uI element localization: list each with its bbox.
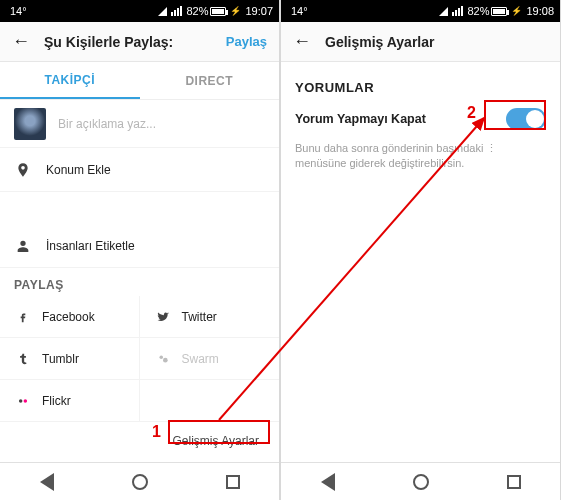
nav-home-button[interactable] <box>129 471 151 493</box>
advanced-settings-row: Gelişmiş Ayarlar <box>0 422 279 460</box>
nav-home-button[interactable] <box>410 471 432 493</box>
header: ← Şu Kişilerle Paylaş: Paylaş <box>0 22 279 62</box>
clock-text: 19:08 <box>526 5 554 17</box>
flickr-icon <box>14 392 32 410</box>
nav-recent-button[interactable] <box>222 471 244 493</box>
svg-point-0 <box>159 355 163 359</box>
signal-tri-icon <box>158 7 167 16</box>
tab-followers[interactable]: TAKİPÇİ <box>0 62 140 99</box>
back-icon[interactable]: ← <box>293 31 311 52</box>
signal-tri-icon <box>439 7 448 16</box>
swarm-icon <box>154 350 172 368</box>
nav-recent-button[interactable] <box>503 471 525 493</box>
share-flickr[interactable]: Flickr <box>0 380 140 422</box>
comments-hint: Bunu daha sonra gönderinin başındaki ⋮ m… <box>281 139 560 171</box>
share-tumblr-label: Tumblr <box>42 352 79 366</box>
caption-row[interactable]: Bir açıklama yaz... <box>0 100 279 148</box>
turn-off-comments-row: Yorum Yapmayı Kapat <box>281 99 560 139</box>
phone-advanced-settings-screen: 14° 82% ⚡ 19:08 ← Gelişmiş Ayarlar YORUM… <box>281 0 560 500</box>
advanced-settings-button[interactable]: Gelişmiş Ayarlar <box>167 430 265 452</box>
share-section-header: PAYLAŞ <box>0 268 279 296</box>
share-swarm[interactable]: Swarm <box>140 338 280 380</box>
twitter-icon <box>154 308 172 326</box>
status-bar: 14° 82% ⚡ 19:07 <box>0 0 279 22</box>
share-flickr-label: Flickr <box>42 394 71 408</box>
signal-bars-icon <box>171 6 182 16</box>
tumblr-icon <box>14 350 32 368</box>
clock-text: 19:07 <box>245 5 273 17</box>
pin-icon <box>14 161 32 179</box>
tag-icon <box>14 237 32 255</box>
facebook-icon <box>14 308 32 326</box>
share-facebook[interactable]: Facebook <box>0 296 140 338</box>
turn-off-comments-toggle[interactable] <box>506 108 546 130</box>
battery-icon <box>491 7 507 16</box>
add-location-label: Konum Ekle <box>46 163 111 177</box>
phone-share-screen: 14° 82% ⚡ 19:07 ← Şu Kişilerle Paylaş: P… <box>0 0 279 500</box>
battery-bolt-icon: ⚡ <box>230 6 241 16</box>
page-title: Gelişmiş Ayarlar <box>325 34 548 50</box>
signal-bars-icon <box>452 6 463 16</box>
share-tumblr[interactable]: Tumblr <box>0 338 140 380</box>
share-swarm-label: Swarm <box>182 352 219 366</box>
nav-back-button[interactable] <box>36 471 58 493</box>
share-button[interactable]: Paylaş <box>226 34 267 49</box>
back-icon[interactable]: ← <box>12 31 30 52</box>
svg-point-1 <box>163 357 168 362</box>
share-facebook-label: Facebook <box>42 310 95 324</box>
share-empty <box>140 380 280 422</box>
status-temp: 14° <box>10 5 27 17</box>
header: ← Gelişmiş Ayarlar <box>281 22 560 62</box>
battery-bolt-icon: ⚡ <box>511 6 522 16</box>
battery-text: 82% <box>186 5 208 17</box>
status-temp: 14° <box>291 5 308 17</box>
nav-bar <box>0 462 279 500</box>
nav-bar <box>281 462 560 500</box>
turn-off-comments-label: Yorum Yapmayı Kapat <box>295 112 426 126</box>
caption-placeholder: Bir açıklama yaz... <box>58 117 156 131</box>
tab-direct[interactable]: DIRECT <box>140 62 280 99</box>
tabs: TAKİPÇİ DIRECT <box>0 62 279 100</box>
comments-section-header: YORUMLAR <box>281 62 560 99</box>
share-twitter-label: Twitter <box>182 310 217 324</box>
battery-text: 82% <box>467 5 489 17</box>
annotation-number-1: 1 <box>152 423 161 441</box>
post-thumbnail <box>14 108 46 140</box>
battery-icon <box>210 7 226 16</box>
add-location-row[interactable]: Konum Ekle <box>0 148 279 192</box>
svg-point-2 <box>19 399 23 403</box>
svg-point-3 <box>24 399 27 403</box>
status-bar: 14° 82% ⚡ 19:08 <box>281 0 560 22</box>
nav-back-button[interactable] <box>317 471 339 493</box>
share-grid: Facebook Twitter Tumblr Swarm Flickr <box>0 296 279 422</box>
annotation-number-2: 2 <box>467 104 476 122</box>
tag-people-row[interactable]: İnsanları Etiketle <box>0 224 279 268</box>
page-title: Şu Kişilerle Paylaş: <box>44 34 226 50</box>
tag-people-label: İnsanları Etiketle <box>46 239 135 253</box>
share-twitter[interactable]: Twitter <box>140 296 280 338</box>
